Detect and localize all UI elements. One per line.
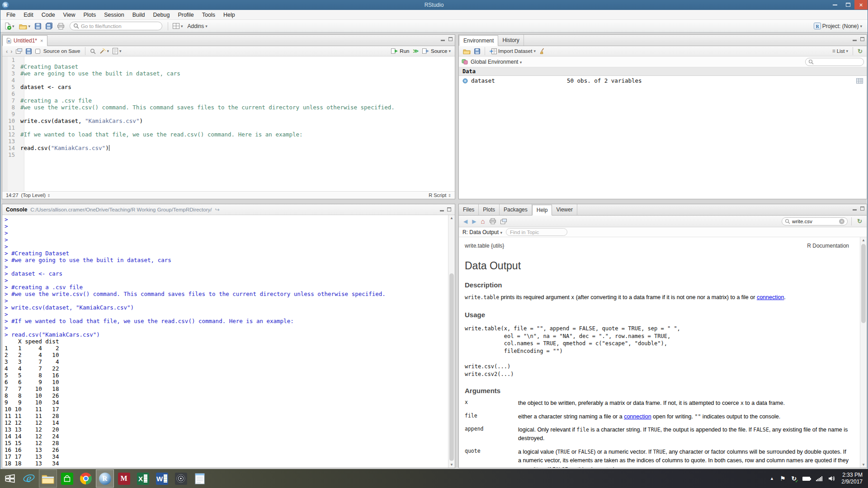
tab-environment[interactable]: Environment (459, 35, 498, 46)
taskbar-audio-manager[interactable] (172, 469, 190, 488)
rerun-button[interactable]: ≫ (411, 47, 420, 55)
find-in-topic-box[interactable] (506, 228, 567, 236)
editor-line[interactable]: 10write.csv(dataset, "KamiakCars.csv") (2, 117, 455, 124)
help-scrollbar[interactable]: ▲ ▼ (860, 237, 867, 468)
editor-line[interactable]: 14read.csv("KamiakCars.csv") (2, 145, 455, 151)
find-in-topic-input[interactable] (510, 230, 563, 235)
clear-workspace-button[interactable] (538, 47, 547, 55)
taskbar-excel[interactable]: X (134, 469, 152, 488)
open-in-window-button[interactable] (499, 218, 509, 225)
network-signal-icon[interactable] (816, 476, 822, 481)
menu-item-build[interactable]: Build (128, 11, 149, 19)
tab-plots[interactable]: Plots (479, 204, 500, 215)
help-back-icon[interactable]: ◀ (462, 218, 469, 225)
pane-minimize-button[interactable] (853, 209, 857, 211)
editor-line[interactable]: 3#we are going to use the built in datas… (2, 70, 455, 77)
forward-icon[interactable]: › (9, 48, 14, 55)
taskbar-mendeley[interactable]: M (115, 469, 133, 488)
print-button[interactable] (488, 217, 498, 225)
environment-search-input[interactable] (816, 59, 861, 65)
help-topic-selector[interactable]: R: Data Output ▾ (462, 229, 502, 235)
menu-item-plots[interactable]: Plots (79, 11, 100, 19)
help-search[interactable]: × (782, 217, 848, 225)
pane-minimize-button[interactable] (853, 40, 857, 41)
tab-close-icon[interactable]: × (40, 38, 43, 43)
menu-item-session[interactable]: Session (100, 11, 128, 19)
editor-body[interactable]: 12#Creating Dataset3#we are going to use… (2, 56, 455, 191)
view-table-icon[interactable] (856, 78, 863, 84)
back-icon[interactable]: ‹ (5, 48, 9, 55)
pane-minimize-button[interactable] (441, 40, 445, 41)
list-view-button[interactable]: ≡ List ▾ (830, 47, 850, 55)
volume-icon[interactable] (828, 475, 835, 482)
editor-line[interactable]: 2#Creating Dataset (2, 63, 455, 70)
run-button[interactable]: Run (389, 47, 411, 55)
pane-layout-button[interactable]: ▾ (171, 22, 185, 30)
scroll-up-icon[interactable]: ▲ (860, 238, 867, 242)
taskbar-clock[interactable]: 2:33 PM 2/9/2017 (841, 472, 863, 485)
sync-icon[interactable]: ↻ ✓ (792, 474, 797, 483)
taskbar-chrome[interactable] (77, 469, 95, 488)
save-all-button[interactable] (44, 21, 55, 31)
help-link[interactable]: connection (757, 294, 784, 300)
help-forward-icon[interactable]: ▶ (470, 218, 478, 225)
clear-search-icon[interactable]: × (839, 219, 844, 224)
tab-untitled1[interactable]: R Untitled1* × (2, 35, 47, 46)
taskbar-file-explorer[interactable] (39, 469, 57, 488)
help-search-input[interactable] (792, 219, 837, 224)
save-button[interactable] (33, 22, 43, 31)
battery-icon[interactable] (802, 477, 810, 481)
menu-item-view[interactable]: View (59, 11, 80, 19)
import-dataset-button[interactable]: Import Dataset ▾ (488, 47, 538, 55)
hidden-icons-chevron[interactable]: ▲ (770, 476, 774, 481)
scroll-thumb[interactable] (449, 273, 454, 461)
editor-line[interactable]: 11 (2, 124, 455, 131)
menu-item-code[interactable]: Code (38, 11, 59, 19)
editor-line[interactable]: 4 (2, 77, 455, 84)
open-in-window-button[interactable] (14, 47, 24, 55)
editor-line[interactable]: 5dataset <- cars (2, 84, 455, 90)
refresh-button[interactable]: ↻ (856, 47, 864, 56)
source-on-save-checkbox[interactable]: Source on Save (33, 47, 82, 55)
pane-maximize-button[interactable] (860, 37, 864, 41)
project-menu[interactable]: R Project: (None) ▾ (812, 21, 864, 31)
pane-minimize-button[interactable] (440, 210, 444, 211)
refresh-button[interactable]: ↻ (855, 217, 864, 225)
editor-line[interactable]: 12#If we wanted to load that file, we us… (2, 131, 455, 138)
new-file-button[interactable]: + ▾ (3, 21, 16, 31)
save-button[interactable] (24, 47, 33, 55)
editor-line[interactable]: 15 (2, 151, 455, 158)
pane-maximize-button[interactable] (448, 37, 453, 41)
menu-item-help[interactable]: Help (219, 11, 239, 19)
home-icon[interactable]: ⌂ (479, 217, 486, 225)
action-center-flag-icon[interactable]: ⚑ (780, 475, 786, 482)
scroll-thumb[interactable] (861, 244, 866, 323)
close-button[interactable]: × (854, 0, 868, 9)
goto-directory-icon[interactable]: ↪ (215, 206, 219, 213)
environment-search[interactable] (805, 58, 864, 66)
tab-viewer[interactable]: Viewer (552, 204, 577, 215)
editor-line[interactable]: 8#we use the write.csv() command. This c… (2, 104, 455, 111)
load-workspace-button[interactable] (461, 47, 472, 55)
taskbar-word[interactable]: W (153, 469, 171, 488)
code-tools-button[interactable]: ▾ (98, 47, 111, 55)
menu-item-tools[interactable]: Tools (198, 11, 219, 19)
pane-maximize-button[interactable] (860, 206, 864, 211)
tab-help[interactable]: Help (532, 205, 552, 216)
find-button[interactable] (88, 47, 98, 55)
maximize-button[interactable] (841, 0, 854, 9)
tab-files[interactable]: Files (459, 204, 479, 215)
pane-maximize-button[interactable] (447, 207, 451, 211)
console-scrollbar[interactable]: ▲ ▼ (448, 215, 455, 468)
editor-line[interactable]: 9 (2, 111, 455, 117)
tab-packages[interactable]: Packages (500, 204, 532, 215)
menu-item-file[interactable]: File (2, 11, 19, 19)
scope-selector[interactable]: (Top Level) ⇕ (21, 192, 51, 198)
environment-scope-selector[interactable]: Global Environment ▾ (471, 59, 522, 65)
menu-item-edit[interactable]: Edit (19, 11, 38, 19)
help-content[interactable]: write.table {utils} R Documentation Data… (459, 237, 860, 468)
compile-report-button[interactable]: ▾ (111, 47, 123, 55)
taskbar-rstudio[interactable]: R (96, 469, 114, 488)
taskbar-windows-store[interactable] (58, 469, 76, 488)
file-type-selector[interactable]: R Script ⇕ (429, 192, 451, 198)
